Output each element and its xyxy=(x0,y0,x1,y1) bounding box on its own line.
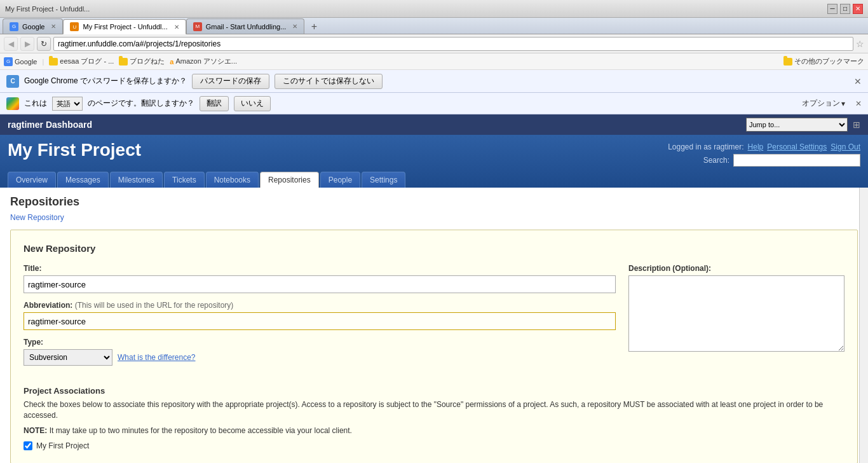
translate-icon xyxy=(6,97,19,110)
form-layout: Title: Abbreviation: (This will be used … xyxy=(24,264,844,373)
translate-prefix: これは xyxy=(24,98,47,109)
assoc-note: NOTE: It may take up to two minutes for … xyxy=(24,426,844,435)
type-select[interactable]: Subversion Git Mercurial xyxy=(24,349,112,366)
project-title: My First Project xyxy=(8,140,141,165)
password-save-bar: C Google Chrome でパスワードを保存しますか？ パスワードの保存 … xyxy=(0,70,868,93)
decline-password-button[interactable]: このサイトでは保存しない xyxy=(275,74,383,89)
bookmark-folder-icon2 xyxy=(119,58,128,66)
jump-to-container: Jump to... ⊞ xyxy=(746,118,860,132)
tab-gmail[interactable]: M Gmail - Start Unfuddling... ✕ xyxy=(186,18,305,34)
tab-bar: G Google ✕ U My First Project - Unfuddl.… xyxy=(0,18,868,34)
language-select[interactable]: 英語 xyxy=(52,97,83,111)
bookmark-buroguneta[interactable]: ブログねた xyxy=(119,57,165,66)
bookmark-star-icon[interactable]: ☆ xyxy=(856,39,864,49)
translate-suffix: のページです。翻訳しますか？ xyxy=(88,98,194,109)
tab-repositories[interactable]: Repositories xyxy=(260,172,319,188)
browser-frame: My First Project - Unfuddl... ─ □ ✕ G Go… xyxy=(0,0,868,463)
bookmark-amazon-label: Amazon アソシエ... xyxy=(175,57,237,66)
bookmark-google[interactable]: G Google xyxy=(4,57,37,66)
assoc-title: Project Associations xyxy=(24,386,844,396)
forward-button[interactable]: ▶ xyxy=(20,37,34,51)
password-save-message: Google Chrome でパスワードを保存しますか？ xyxy=(24,76,187,86)
abbreviation-input[interactable] xyxy=(24,312,616,330)
tab-overview[interactable]: Overview xyxy=(8,172,56,188)
amazon-icon: a xyxy=(170,58,173,66)
translate-bar-close-icon[interactable]: ✕ xyxy=(855,99,862,108)
abbreviation-hint: (This will be used in the URL for the re… xyxy=(75,301,234,310)
bookmark-folder-icon xyxy=(49,58,58,66)
assoc-desc: Check the boxes below to associate this … xyxy=(24,399,844,421)
new-repository-form: New Repository Title: Abbreviation: (Thi… xyxy=(10,230,858,463)
tab-settings[interactable]: Settings xyxy=(362,172,405,188)
form-left: Title: Abbreviation: (This will be used … xyxy=(24,264,616,373)
logged-in-label: Logged in as ragtimer: xyxy=(668,142,743,151)
help-link[interactable]: Help xyxy=(748,142,764,151)
tab-gmail-close[interactable]: ✕ xyxy=(292,23,297,30)
refresh-button[interactable]: ↻ xyxy=(37,37,51,51)
other-bookmarks-label: その他のブックマーク xyxy=(794,57,864,66)
save-password-button[interactable]: パスワードの保存 xyxy=(192,74,269,89)
url-bar[interactable] xyxy=(53,37,853,51)
app-logo[interactable]: ragtimer Dashboard xyxy=(8,120,92,130)
search-bar-row: Search: xyxy=(703,154,860,167)
chrome-password-icon: C xyxy=(6,75,19,88)
fullscreen-icon[interactable]: ⊞ xyxy=(853,120,860,130)
form-panel-title: New Repository xyxy=(24,243,844,254)
assoc-note-text: It may take up to two minutes for the re… xyxy=(50,426,352,435)
minimize-button[interactable]: ─ xyxy=(827,4,837,14)
scrollbar-track[interactable] xyxy=(859,188,868,463)
description-label: Description (Optional): xyxy=(628,264,844,273)
translate-button[interactable]: 翻訳 xyxy=(200,96,229,111)
abbreviation-label: Abbreviation: (This will be used in the … xyxy=(24,301,616,310)
title-bar: My First Project - Unfuddl... ─ □ ✕ xyxy=(0,0,868,18)
window-title: My First Project - Unfuddl... xyxy=(5,5,90,13)
project-checkbox[interactable] xyxy=(24,441,32,450)
translate-options-label: オプション xyxy=(802,98,840,109)
maximize-button[interactable]: □ xyxy=(840,4,850,14)
abbreviation-group: Abbreviation: (This will be used in the … xyxy=(24,301,616,330)
tab-google-close[interactable]: ✕ xyxy=(51,23,56,30)
type-diff-link[interactable]: What is the difference? xyxy=(118,353,196,362)
title-input[interactable] xyxy=(24,275,616,293)
project-header: My First Project Logged in as ragtimer: … xyxy=(0,135,868,188)
nav-tabs: Overview Messages Milestones Tickets Not… xyxy=(8,172,860,188)
window-controls: ─ □ ✕ xyxy=(827,4,863,14)
sign-out-link[interactable]: Sign Out xyxy=(831,142,860,151)
options-chevron-icon: ▾ xyxy=(841,99,845,108)
decline-translate-button[interactable]: いいえ xyxy=(234,96,271,111)
search-input[interactable] xyxy=(733,154,860,167)
jump-to-select[interactable]: Jump to... xyxy=(746,118,848,132)
tab-milestones[interactable]: Milestones xyxy=(110,172,163,188)
note-strong: NOTE: xyxy=(24,426,47,435)
close-button[interactable]: ✕ xyxy=(853,4,863,14)
bookmark-eesaa[interactable]: eesaa ブログ - ... xyxy=(49,57,114,66)
translate-options-button[interactable]: オプション ▾ xyxy=(802,98,845,109)
tab-people[interactable]: People xyxy=(320,172,360,188)
project-checkbox-label: My First Project xyxy=(36,441,89,450)
other-bookmarks-icon xyxy=(783,58,792,66)
description-textarea[interactable] xyxy=(628,275,844,352)
tab-tickets[interactable]: Tickets xyxy=(164,172,205,188)
bookmark-amazon[interactable]: a Amazon アソシエ... xyxy=(170,57,237,66)
back-button[interactable]: ◀ xyxy=(4,37,18,51)
tab-unfuddle[interactable]: U My First Project - Unfuddl... ✕ xyxy=(63,19,186,34)
bookmark-buroguneta-label: ブログねた xyxy=(130,57,165,66)
bookmark-google-label: Google xyxy=(15,58,37,66)
bookmark-other[interactable]: その他のブックマーク xyxy=(783,57,864,66)
personal-settings-link[interactable]: Personal Settings xyxy=(767,142,827,151)
tab-notebooks[interactable]: Notebooks xyxy=(206,172,259,188)
tab-unfuddle-close[interactable]: ✕ xyxy=(174,24,179,31)
new-tab-button[interactable]: + xyxy=(307,20,321,34)
unfuddle-favicon: U xyxy=(70,22,79,31)
gmail-favicon: M xyxy=(193,22,202,31)
title-group: Title: xyxy=(24,264,616,293)
app-header-bar: ragtimer Dashboard Jump to... ⊞ xyxy=(0,114,868,135)
tab-messages[interactable]: Messages xyxy=(57,172,109,188)
translate-bar: これは 英語 のページです。翻訳しますか？ 翻訳 いいえ オプション ▾ ✕ xyxy=(0,93,868,114)
tab-google[interactable]: G Google ✕ xyxy=(3,18,63,34)
password-bar-close-icon[interactable]: ✕ xyxy=(854,76,862,86)
tab-google-label: Google xyxy=(22,23,44,31)
new-repository-link[interactable]: New Repository xyxy=(10,213,64,222)
google-bookmark-icon: G xyxy=(4,57,13,66)
project-checkbox-row: My First Project xyxy=(24,441,844,450)
